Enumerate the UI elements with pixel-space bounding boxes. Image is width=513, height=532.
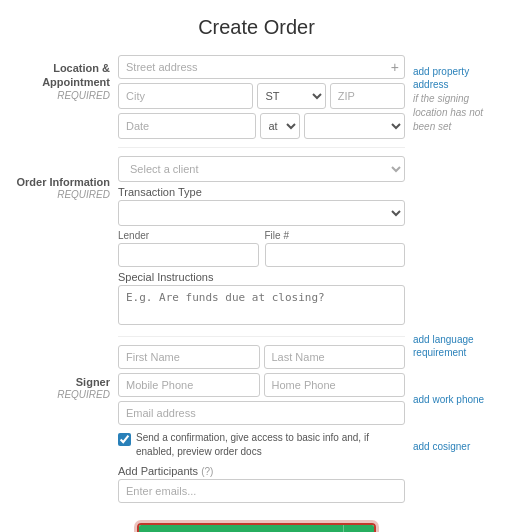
lender-label: Lender bbox=[118, 230, 259, 241]
date-input[interactable] bbox=[118, 113, 256, 139]
order-label-block: Order Information REQUIRED bbox=[8, 101, 110, 200]
create-order-main-button[interactable]: Create Order & Start Search bbox=[139, 525, 343, 532]
signer-right: add work phone add cosigner bbox=[413, 359, 505, 453]
signer-label-block: Signer REQUIRED bbox=[8, 200, 110, 400]
name-row bbox=[118, 345, 405, 369]
location-right: add property address if the signing loca… bbox=[413, 55, 505, 133]
mobile-phone-input[interactable] bbox=[118, 373, 260, 397]
add-cosigner-link[interactable]: add cosigner bbox=[413, 440, 505, 453]
participants-input[interactable] bbox=[118, 479, 405, 503]
client-row: Select a client bbox=[118, 156, 405, 182]
location-fields: + ST AL AK AZ CA CO FL NY TX bbox=[118, 55, 405, 139]
phone-row bbox=[118, 373, 405, 397]
property-address-note: if the signing location has not been set bbox=[413, 93, 483, 132]
signer-section-label: Signer bbox=[76, 375, 110, 389]
transaction-type-group: Transaction Type bbox=[118, 186, 405, 226]
file-input[interactable] bbox=[265, 243, 406, 267]
special-instructions-label: Special Instructions bbox=[118, 271, 405, 283]
email-row bbox=[118, 401, 405, 425]
add-language-link[interactable]: add language requirement bbox=[413, 333, 505, 359]
order-right: add language requirement bbox=[413, 133, 505, 359]
location-required: REQUIRED bbox=[57, 90, 110, 101]
confirmation-checkbox[interactable] bbox=[118, 433, 131, 446]
bottom-button-area: Create Order & Start Search ▾ bbox=[0, 523, 513, 532]
create-order-button-group: Create Order & Start Search ▾ bbox=[137, 523, 376, 532]
location-section-label: Location & Appointment bbox=[8, 61, 110, 90]
first-name-input[interactable] bbox=[118, 345, 260, 369]
add-work-phone-link[interactable]: add work phone bbox=[413, 393, 505, 406]
signer-fields: Send a confirmation, give access to basi… bbox=[118, 345, 405, 503]
time-select[interactable] bbox=[304, 113, 405, 139]
special-instructions-textarea[interactable] bbox=[118, 285, 405, 325]
page-title: Create Order bbox=[0, 16, 513, 39]
date-time-row: at bbox=[118, 113, 405, 139]
participants-count: (?) bbox=[201, 466, 213, 477]
divider-2 bbox=[118, 336, 405, 337]
special-instructions-group: Special Instructions bbox=[118, 271, 405, 328]
city-input[interactable] bbox=[118, 83, 253, 109]
participants-group: Add Participants (?) bbox=[118, 465, 405, 503]
last-name-input[interactable] bbox=[264, 345, 406, 369]
right-links-column: add property address if the signing loca… bbox=[405, 55, 505, 509]
confirmation-label: Send a confirmation, give access to basi… bbox=[136, 431, 405, 459]
order-section-label: Order Information bbox=[16, 175, 110, 189]
form-layout: Location & Appointment REQUIRED Order In… bbox=[0, 55, 513, 509]
at-select[interactable]: at bbox=[260, 113, 300, 139]
form-center: + ST AL AK AZ CA CO FL NY TX bbox=[118, 55, 405, 509]
confirmation-row: Send a confirmation, give access to basi… bbox=[118, 431, 405, 459]
home-phone-input[interactable] bbox=[264, 373, 406, 397]
street-address-input[interactable] bbox=[118, 55, 405, 79]
plus-icon[interactable]: + bbox=[391, 59, 399, 75]
zip-input[interactable] bbox=[330, 83, 405, 109]
labels-column: Location & Appointment REQUIRED Order In… bbox=[8, 55, 118, 509]
address-row: + bbox=[118, 55, 405, 79]
divider-1 bbox=[118, 147, 405, 148]
lender-col: Lender bbox=[118, 230, 259, 267]
client-select[interactable]: Select a client bbox=[118, 156, 405, 182]
participants-label: Add Participants (?) bbox=[118, 465, 405, 477]
state-select[interactable]: ST AL AK AZ CA CO FL NY TX bbox=[257, 83, 326, 109]
page-wrapper: Create Order Location & Appointment REQU… bbox=[0, 0, 513, 532]
email-input[interactable] bbox=[118, 401, 405, 425]
location-label-block: Location & Appointment REQUIRED bbox=[8, 55, 110, 101]
lender-file-row: Lender File # bbox=[118, 230, 405, 267]
transaction-type-label: Transaction Type bbox=[118, 186, 405, 198]
add-property-address-link[interactable]: add property address bbox=[413, 65, 505, 91]
file-col: File # bbox=[265, 230, 406, 267]
order-fields: Select a client Transaction Type Lender bbox=[118, 156, 405, 328]
order-required: REQUIRED bbox=[57, 189, 110, 200]
signer-required: REQUIRED bbox=[57, 389, 110, 400]
file-label: File # bbox=[265, 230, 406, 241]
transaction-type-select[interactable] bbox=[118, 200, 405, 226]
lender-input[interactable] bbox=[118, 243, 259, 267]
create-order-dropdown-button[interactable]: ▾ bbox=[343, 525, 374, 532]
city-state-zip-row: ST AL AK AZ CA CO FL NY TX bbox=[118, 83, 405, 109]
